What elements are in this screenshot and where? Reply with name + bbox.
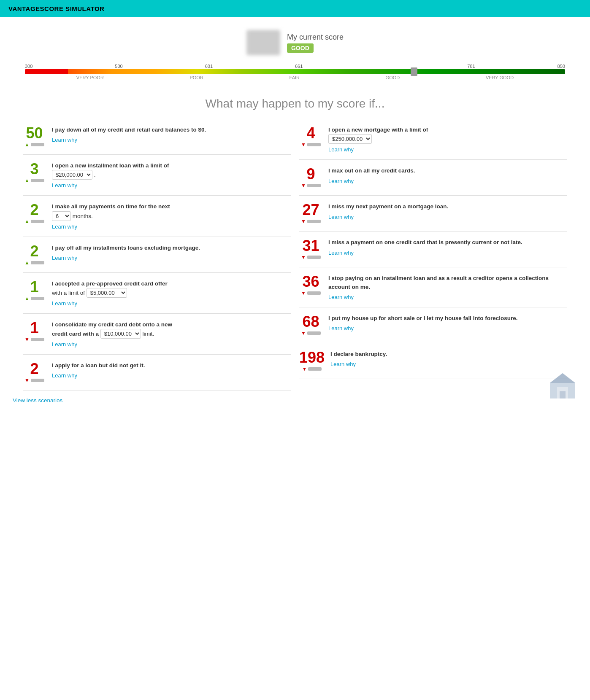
loan-limit-select[interactable]: $5,000.00 $10,000.00 $20,000.00 $50,000.…	[52, 170, 92, 180]
learn-why-link[interactable]: Learn why	[52, 300, 77, 307]
scenario-text: I pay off all my installments loans excl…	[52, 244, 291, 252]
scenario-text: I open a new installment loan with a lim…	[52, 162, 291, 180]
arrow-down-icon: ▼	[301, 218, 306, 224]
learn-why-link[interactable]: Learn why	[328, 294, 354, 300]
arrow-bar: ▲	[23, 260, 46, 266]
range-very-poor: VERY POOR	[76, 75, 104, 80]
mini-bar	[31, 338, 44, 341]
learn-why-link[interactable]: Learn why	[52, 223, 77, 230]
scenario-content: I apply for a loan but did not get it. L…	[52, 361, 291, 379]
scenario-text: I declare bankruptcy.	[330, 350, 567, 358]
scenario-text: I max out on all my credit cards.	[328, 167, 567, 175]
score-number: 9	[299, 167, 322, 182]
score-bar	[25, 69, 565, 74]
score-number: 68	[299, 314, 322, 329]
scenario-score-r1: 4 ▼	[299, 126, 322, 148]
learn-why-link[interactable]: Learn why	[52, 255, 77, 261]
scenario-item: 4 ▼ I open a new mortgage with a limit o…	[299, 119, 567, 160]
scenarios-grid: 50 ▲ I pay down all of my credit and ret…	[10, 119, 580, 390]
scenario-text: I stop paying on an installment loan and…	[328, 274, 567, 291]
scenario-score-r6: 68 ▼	[299, 314, 322, 336]
scenario-score-6: 1 ▼	[23, 320, 46, 342]
range-fair: FAIR	[290, 75, 300, 80]
scenario-score-2: 3 ▲	[23, 162, 46, 183]
arrow-up-icon: ▲	[24, 178, 30, 183]
scenario-text: I miss my next payment on a mortgage loa…	[328, 202, 567, 211]
arrow-up-icon: ▲	[24, 142, 30, 148]
score-bar-section: 300 500 601 661 781 850 VERY POOR POOR F…	[21, 64, 569, 80]
arrow-bar: ▼	[299, 142, 322, 148]
scenario-item: 2 ▼ I apply for a loan but did not get i…	[23, 355, 291, 390]
credit-limit-select[interactable]: $1,000.00 $5,000.00 $10,000.00 $25,000.0…	[87, 288, 127, 298]
mini-bar	[307, 291, 321, 295]
scenario-item: 68 ▼ I put my house up for short sale or…	[299, 307, 567, 343]
score-info: My current score GOOD	[287, 33, 344, 53]
scenario-content: I declare bankruptcy. Learn why	[330, 350, 567, 367]
learn-why-link[interactable]: Learn why	[328, 250, 354, 256]
scenario-score-r2: 9 ▼	[299, 167, 322, 188]
tick-850: 850	[558, 64, 565, 69]
main-heading: What may happen to my score if...	[0, 97, 590, 110]
scenario-content: I consolidate my credit card debt onto a…	[52, 320, 291, 347]
range-good: GOOD	[386, 75, 400, 80]
scenario-score-r3: 27 ▼	[299, 202, 322, 224]
learn-why-link[interactable]: Learn why	[328, 214, 354, 220]
arrow-bar: ▲	[23, 296, 46, 302]
learn-why-link[interactable]: Learn why	[52, 341, 77, 347]
learn-why-link[interactable]: Learn why	[52, 372, 77, 379]
mini-bar	[31, 261, 44, 264]
mini-bar	[307, 331, 321, 335]
scenario-score-7: 2 ▼	[23, 361, 46, 383]
right-column: 4 ▼ I open a new mortgage with a limit o…	[295, 119, 571, 390]
score-marker	[411, 67, 417, 76]
arrow-up-icon: ▲	[24, 218, 30, 224]
view-less-link[interactable]: View less scenarios	[0, 390, 590, 410]
arrow-down-icon: ▼	[302, 366, 307, 372]
svg-marker-1	[550, 373, 575, 383]
scenario-text: I pay down all of my credit and retail c…	[52, 126, 291, 134]
score-number: 2	[23, 202, 46, 218]
tick-601: 601	[205, 64, 213, 69]
app-title: VANTAGESCORE SIMULATOR	[8, 5, 104, 12]
mini-bar	[31, 143, 44, 146]
scenario-item: 2 ▲ I make all my payments on time for t…	[23, 196, 291, 237]
learn-why-link[interactable]: Learn why	[52, 137, 77, 143]
learn-why-link[interactable]: Learn why	[328, 325, 354, 331]
tick-781: 781	[467, 64, 475, 69]
current-score-label: My current score	[287, 33, 344, 42]
scenario-content: I max out on all my credit cards. Learn …	[328, 167, 567, 184]
learn-why-link[interactable]: Learn why	[328, 146, 354, 153]
tick-300: 300	[25, 64, 32, 69]
arrow-bar: ▼	[299, 218, 322, 224]
mini-bar	[307, 256, 321, 259]
arrow-bar: ▲	[23, 218, 46, 224]
learn-why-link[interactable]: Learn why	[330, 361, 356, 367]
scenario-item: 31 ▼ I miss a payment on one credit card…	[299, 232, 567, 267]
scenario-content: I put my house up for short sale or I le…	[328, 314, 567, 331]
app-header: VANTAGESCORE SIMULATOR	[0, 0, 590, 17]
learn-why-link[interactable]: Learn why	[52, 182, 77, 188]
arrow-bar: ▼	[299, 330, 322, 336]
mini-bar	[307, 143, 321, 146]
mortgage-limit-select[interactable]: $100,000.00 $250,000.00 $500,000.00	[328, 134, 372, 144]
scenario-item: 50 ▲ I pay down all of my credit and ret…	[23, 119, 291, 155]
score-number: 2	[23, 361, 46, 377]
scenario-text: I apply for a loan but did not get it.	[52, 361, 291, 370]
arrow-up-icon: ▲	[24, 296, 30, 302]
score-section: My current score GOOD 300 500 601 661 78…	[0, 17, 590, 84]
score-avatar	[246, 30, 280, 55]
consolidate-limit-select[interactable]: $5,000.00 $10,000.00 $25,000.00 $50,000.…	[100, 329, 141, 339]
score-number: 2	[23, 244, 46, 259]
scenario-content: I make all my payments on time for the n…	[52, 202, 291, 229]
score-badge: GOOD	[287, 43, 314, 53]
scenario-content: I pay off all my installments loans excl…	[52, 244, 291, 261]
scenario-text: I put my house up for short sale or I le…	[328, 314, 567, 323]
learn-why-link[interactable]: Learn why	[328, 178, 354, 184]
scenario-content: I stop paying on an installment loan and…	[328, 274, 567, 300]
score-number: 1	[23, 320, 46, 336]
months-select[interactable]: 3 6 12 24	[52, 211, 71, 221]
scenario-score-r7: 198 ▼	[299, 350, 325, 372]
mini-bar	[31, 179, 44, 182]
arrow-down-icon: ▼	[301, 254, 306, 260]
left-column: 50 ▲ I pay down all of my credit and ret…	[19, 119, 295, 390]
